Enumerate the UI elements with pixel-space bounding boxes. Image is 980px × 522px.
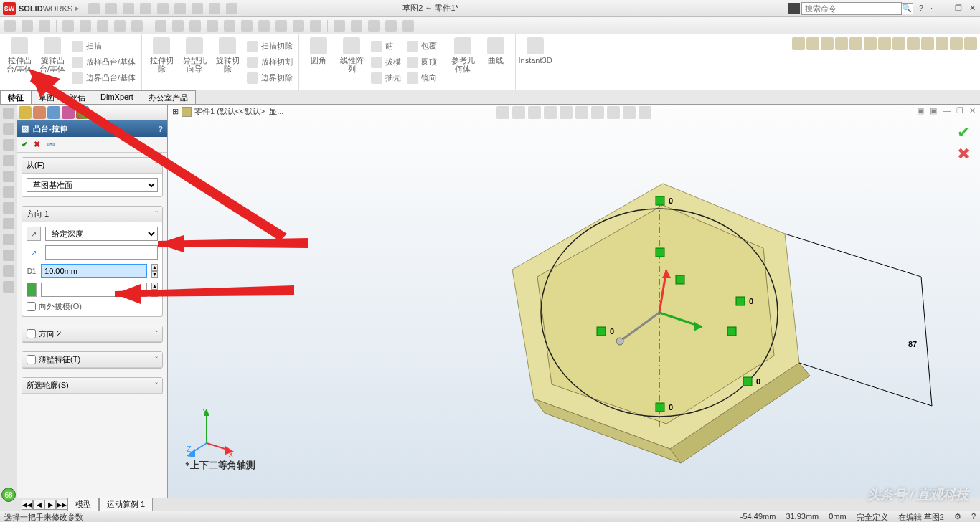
qat-redo-icon[interactable] <box>174 3 186 14</box>
draft-outward-check[interactable]: 向外拔模(O) <box>27 301 82 312</box>
pm-tab1-icon[interactable] <box>19 106 32 119</box>
model-preview[interactable]: 0 0 0 0 0 87 <box>383 162 943 470</box>
hut-display-icon[interactable] <box>575 106 588 119</box>
lw10-icon[interactable] <box>3 250 14 261</box>
pm-thin-section[interactable]: 薄壁特征(T)ˇ <box>22 351 163 369</box>
hut-appear-icon[interactable] <box>623 106 636 119</box>
hole-wizard-button[interactable]: 异型孔向导 <box>179 36 209 87</box>
tb-measure-icon[interactable] <box>80 20 91 32</box>
vp-max-icon[interactable]: ❐ <box>956 106 963 115</box>
tb-geom-icon[interactable] <box>131 20 143 32</box>
pm-cancel-button[interactable]: ✖ <box>34 140 40 149</box>
tb-i13-icon[interactable] <box>385 20 397 32</box>
lw8-icon[interactable] <box>3 218 14 229</box>
dome-button[interactable]: 圆顶 <box>405 55 438 70</box>
tb-i9-icon[interactable] <box>310 20 321 32</box>
rr7-icon[interactable] <box>878 37 891 50</box>
tb-i14-icon[interactable] <box>402 20 414 32</box>
rr6-icon[interactable] <box>864 37 877 50</box>
pm-tab4-icon[interactable] <box>62 106 75 119</box>
confirm-ok-icon[interactable]: ✔ <box>957 123 970 142</box>
status-help-icon[interactable]: ? <box>971 512 976 522</box>
draft-icon[interactable] <box>27 283 37 297</box>
pm-dir2-section[interactable]: 方向 2ˇ <box>22 326 163 343</box>
rr4-icon[interactable] <box>835 37 848 50</box>
qat-rebuild-icon[interactable] <box>209 3 220 14</box>
hut-scene-icon[interactable] <box>607 106 620 119</box>
chevron-down-icon[interactable]: ˇ <box>155 330 158 338</box>
pm-preview-button[interactable]: 👓 <box>46 140 56 149</box>
tb-i5-icon[interactable] <box>241 20 253 32</box>
close-button[interactable]: ✕ <box>969 4 976 13</box>
pm-tab5-icon[interactable] <box>76 106 89 119</box>
lw5-icon[interactable] <box>3 171 14 182</box>
depth-spin-down[interactable]: ▼ <box>151 271 158 278</box>
pm-ok-button[interactable]: ✔ <box>22 140 28 149</box>
direction-arrow-icon[interactable]: ↗ <box>27 245 41 260</box>
sweep-button[interactable]: 扫描 <box>70 39 137 54</box>
qat-save-icon[interactable] <box>123 3 134 14</box>
hut-prev-icon[interactable] <box>528 106 541 119</box>
maximize-button[interactable]: ❐ <box>955 4 962 13</box>
tb-i8-icon[interactable] <box>293 20 304 32</box>
rr1-icon[interactable] <box>792 37 805 50</box>
vp-restore-icon[interactable]: ▣ <box>917 106 924 115</box>
shell-button[interactable]: 抽壳 <box>369 71 402 85</box>
extrude-cut-button[interactable]: 拉伸切除 <box>146 36 176 87</box>
rr5-icon[interactable] <box>849 37 862 50</box>
revolve-cut-button[interactable]: 旋转切除 <box>212 36 242 87</box>
tb-capture-icon[interactable] <box>22 20 33 32</box>
instant3d-button[interactable]: Instant3D <box>520 36 550 87</box>
tb-screenshot-icon[interactable] <box>4 20 16 32</box>
tb-i10-icon[interactable] <box>334 20 345 32</box>
revolve-boss-button[interactable]: 旋转凸台/基体 <box>37 36 67 87</box>
pm-help-button[interactable]: ? <box>158 125 163 133</box>
qat-options-icon[interactable] <box>226 3 237 14</box>
extrude-boss-button[interactable]: 拉伸凸台/基体 <box>4 36 34 87</box>
lw3-icon[interactable] <box>3 139 14 151</box>
lw7-icon[interactable] <box>3 202 14 214</box>
notification-badge[interactable]: 68 <box>1 488 16 502</box>
hut-zoomfit-icon[interactable] <box>496 106 509 119</box>
pm-from-select[interactable]: 草图基准面 <box>27 178 158 192</box>
pm-draft-input[interactable] <box>41 283 147 297</box>
loft-boss-button[interactable]: 放样凸台/基体 <box>70 55 137 70</box>
lw4-icon[interactable] <box>3 155 14 166</box>
lw9-icon[interactable] <box>3 234 14 245</box>
pm-endcondition-select[interactable]: 给定深度 <box>45 227 158 241</box>
confirm-cancel-icon[interactable]: ✖ <box>957 145 970 163</box>
tab-motion-study[interactable]: 运动算例 1 <box>99 498 153 511</box>
minimize-button[interactable]: — <box>940 4 948 13</box>
lw6-icon[interactable] <box>3 186 14 198</box>
qat-new-icon[interactable] <box>88 3 100 14</box>
btab-last-button[interactable]: ▶▶ <box>56 500 67 510</box>
tb-i1-icon[interactable] <box>155 20 166 32</box>
vp-min-icon[interactable]: — <box>943 106 951 115</box>
qat-select-icon[interactable] <box>192 3 203 14</box>
btab-first-button[interactable]: ◀◀ <box>22 500 33 510</box>
chevron-down-icon[interactable]: ˇ <box>155 356 158 364</box>
qat-open-icon[interactable] <box>105 3 117 14</box>
tb-i12-icon[interactable] <box>368 20 380 32</box>
lw12-icon[interactable] <box>3 281 14 293</box>
help-button[interactable]: ? <box>919 4 923 13</box>
chevron-up-icon[interactable]: ˇ <box>155 161 158 170</box>
pm-depth-input[interactable] <box>41 264 147 278</box>
pm-contour-section[interactable]: 所选轮廓(S)ˇ <box>22 377 163 394</box>
menu-dropdown-icon[interactable]: ▸ <box>75 4 80 13</box>
lw11-icon[interactable] <box>3 265 14 277</box>
tb-i11-icon[interactable] <box>351 20 362 32</box>
hut-hide-icon[interactable] <box>591 106 604 119</box>
tab-features[interactable]: 特征 <box>0 90 32 104</box>
search-input[interactable] <box>801 2 902 15</box>
tb-i3-icon[interactable] <box>189 20 201 32</box>
draft-spin-up[interactable]: ▲ <box>151 283 158 290</box>
mirror-button[interactable]: 镜向 <box>405 71 438 85</box>
fillet-button[interactable]: 圆角 <box>303 36 334 87</box>
rr9-icon[interactable] <box>907 37 920 50</box>
rr2-icon[interactable] <box>806 37 819 50</box>
btab-prev-button[interactable]: ◀ <box>33 500 44 510</box>
chevron-up-icon[interactable]: ˇ <box>155 210 158 219</box>
qat-print-icon[interactable] <box>140 3 151 14</box>
tab-dimxpert[interactable]: DimXpert <box>93 90 141 104</box>
